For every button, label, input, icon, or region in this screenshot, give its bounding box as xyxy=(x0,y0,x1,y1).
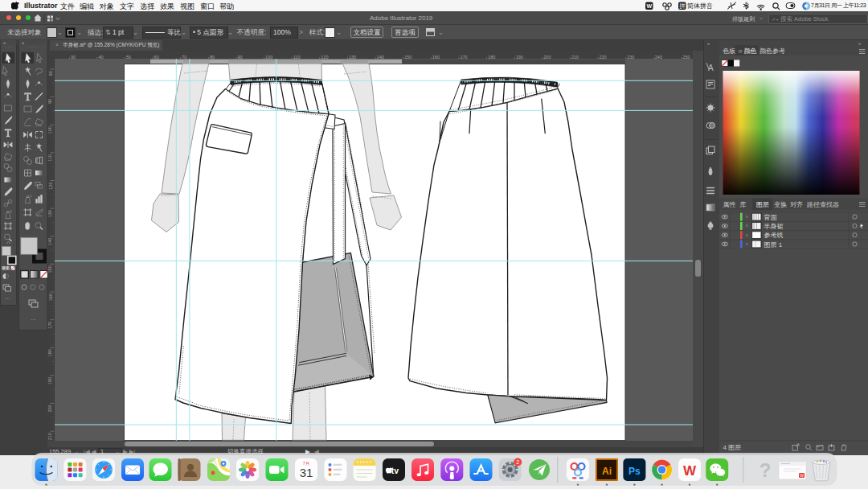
svg-text:⋯: ⋯ xyxy=(31,317,35,322)
svg-text:拼: 拼 xyxy=(679,2,686,10)
svg-text:›: › xyxy=(746,223,747,228)
svg-text:190: 190 xyxy=(48,377,53,384)
svg-text:«: « xyxy=(707,41,710,46)
svg-text:变换: 变换 xyxy=(774,201,787,208)
svg-text:200: 200 xyxy=(48,405,53,412)
svg-text:背面: 背面 xyxy=(764,214,778,221)
svg-text:Ai: Ai xyxy=(602,466,612,477)
svg-text:W: W xyxy=(800,473,804,478)
svg-text:路径查找器: 路径查找器 xyxy=(807,201,839,208)
svg-text:A: A xyxy=(708,64,714,72)
svg-text:参考线: 参考线 xyxy=(764,232,784,239)
svg-text:Ps: Ps xyxy=(628,466,641,477)
svg-text:色板: 色板 xyxy=(723,47,736,55)
svg-text:»: » xyxy=(3,40,6,45)
svg-text:属性: 属性 xyxy=(723,201,736,208)
svg-text:›: › xyxy=(746,232,747,238)
svg-text:库: 库 xyxy=(740,201,747,208)
svg-text:W: W xyxy=(646,3,652,9)
svg-text:tv: tv xyxy=(391,466,399,475)
svg-text:○ 颜色: ○ 颜色 xyxy=(739,47,757,55)
svg-text:›: › xyxy=(746,241,747,247)
svg-text:图层 1: 图层 1 xyxy=(764,241,783,249)
svg-text:半身裙: 半身裙 xyxy=(764,223,784,230)
svg-text:对齐: 对齐 xyxy=(790,201,803,208)
svg-text:31: 31 xyxy=(300,466,313,479)
svg-text:2: 2 xyxy=(516,459,519,465)
svg-text:颜色参考: 颜色参考 xyxy=(760,47,785,55)
svg-text:⋯: ⋯ xyxy=(5,296,10,301)
svg-text:210: 210 xyxy=(48,433,53,440)
svg-text:图层: 图层 xyxy=(756,201,769,208)
svg-text:W: W xyxy=(683,463,697,479)
svg-text:«: « xyxy=(22,40,24,45)
svg-text:›: › xyxy=(746,214,747,220)
svg-text:?: ? xyxy=(760,459,772,481)
